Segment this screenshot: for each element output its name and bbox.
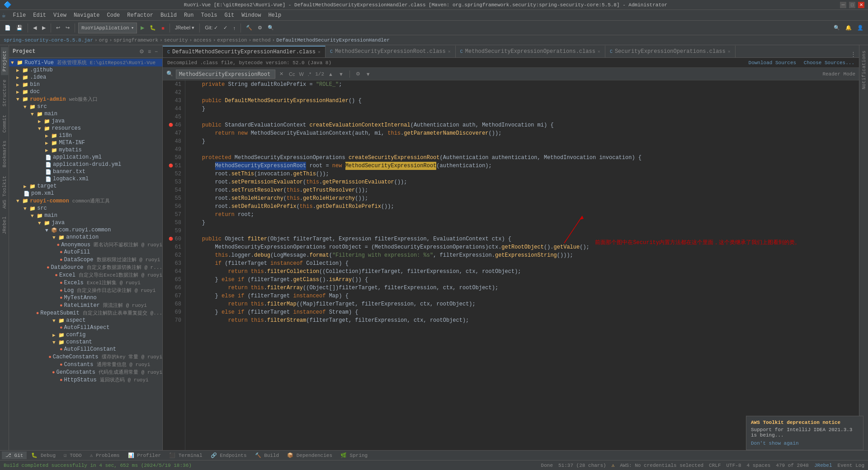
menu-tools[interactable]: Tools bbox=[198, 11, 221, 19]
minimize-button[interactable]: ─ bbox=[840, 2, 846, 8]
list-item[interactable]: ▼ 📁 src bbox=[9, 103, 162, 110]
panel-collapse-icon[interactable]: − bbox=[154, 48, 159, 55]
settings-button[interactable]: ⚙ bbox=[256, 23, 264, 33]
undo-button[interactable]: ↩ bbox=[54, 23, 62, 33]
list-item[interactable]: ▶ 📁 .github bbox=[9, 66, 162, 74]
list-item[interactable]: 📄 pom.xml bbox=[9, 190, 162, 197]
search-case-btn[interactable]: Cc bbox=[288, 71, 296, 77]
sidebar-tab-aws[interactable]: AWS Toolkit bbox=[1, 172, 8, 212]
git-update-button[interactable]: Git: ✓ bbox=[203, 23, 220, 33]
save-button[interactable]: 💾 bbox=[14, 23, 24, 33]
stop-button[interactable]: ■ bbox=[160, 23, 166, 33]
tab-close-icon[interactable]: ✕ bbox=[728, 49, 731, 54]
list-item[interactable]: ● MyTestAnno bbox=[9, 294, 162, 301]
list-item[interactable]: ▼ 📦 com.ruoyi.common bbox=[9, 226, 162, 234]
prev-match-btn[interactable]: ▲ bbox=[327, 71, 335, 77]
lines-status[interactable]: 479 of 2048 bbox=[776, 463, 809, 468]
menu-view[interactable]: View bbox=[50, 11, 70, 19]
event-log-status[interactable]: Event Log bbox=[838, 463, 864, 468]
maximize-button[interactable]: □ bbox=[849, 2, 855, 8]
next-match-btn[interactable]: ▼ bbox=[337, 71, 345, 77]
build-button[interactable]: 🔨 bbox=[244, 23, 254, 33]
list-item[interactable]: ● AutoFillConstant bbox=[9, 346, 162, 353]
status-tab-git[interactable]: ⎇ Git bbox=[2, 451, 27, 459]
list-item[interactable]: ● Excel 自定义导出Excel数据注解 @ ruoyi bbox=[9, 271, 162, 279]
list-item[interactable]: ▶ 📁 config bbox=[9, 331, 162, 338]
tab-defaultmethod[interactable]: C DefaultMethodSecurityExpressionHandler… bbox=[163, 46, 326, 57]
tab-close-icon[interactable]: ✕ bbox=[318, 49, 321, 55]
breadcrumb-org[interactable]: org bbox=[99, 38, 108, 43]
git-push-button[interactable]: ↑ bbox=[231, 23, 237, 33]
list-item[interactable]: ● RateLimiter 限流注解 @ ruoyi bbox=[9, 301, 162, 309]
panel-gear-icon[interactable]: ⚙ bbox=[138, 48, 145, 55]
breadcrumb-security[interactable]: security bbox=[164, 38, 188, 43]
list-item[interactable]: ▶ 📁 META-INF bbox=[9, 139, 162, 146]
list-item[interactable]: ● Constants 通用常量信息 @ ruoyi bbox=[9, 361, 162, 368]
panel-sort-icon[interactable]: ≡ bbox=[147, 48, 152, 55]
list-item[interactable]: ▼ 📁 src bbox=[9, 205, 162, 212]
list-item[interactable]: 📄 banner.txt bbox=[9, 168, 162, 175]
list-item[interactable]: ● GenConstants 代码生成通用常量 @ ruoyi bbox=[9, 368, 162, 376]
breadcrumb-method[interactable]: method bbox=[253, 38, 271, 43]
status-tab-spring[interactable]: 🌿 Spring bbox=[337, 451, 371, 459]
code-content[interactable]: private String defaultRolePrefix = "ROLE… bbox=[185, 80, 859, 450]
list-item[interactable]: ● AutoFillAspect bbox=[9, 324, 162, 331]
git-commit-button[interactable]: ✓ bbox=[222, 23, 229, 33]
menu-edit[interactable]: Edit bbox=[29, 11, 50, 19]
list-item[interactable]: ▼ 📁 main bbox=[9, 110, 162, 118]
breadcrumb-class[interactable]: DefaultMethodSecurityExpressionHandler bbox=[276, 38, 390, 43]
list-item[interactable]: ▼ 📁 java bbox=[9, 219, 162, 226]
status-tab-problems[interactable]: ⚠ Problems bbox=[86, 451, 123, 459]
menu-run[interactable]: Run bbox=[180, 11, 198, 19]
list-item[interactable]: 📄 logback.xml bbox=[9, 175, 162, 183]
tab-methodsecurity-ops[interactable]: C MethodSecurityExpressionOperations.cla… bbox=[456, 46, 605, 57]
redo-button[interactable]: ↪ bbox=[64, 23, 71, 33]
tree-root[interactable]: ▼ 📁 RuoYi-Vue 若依管理系统 E:\gitRepos2\RuoYi-… bbox=[9, 59, 162, 66]
encoding-status[interactable]: UTF-8 bbox=[726, 463, 741, 468]
status-tab-todo[interactable]: ☑ TODO bbox=[60, 451, 85, 459]
menu-build[interactable]: Build bbox=[157, 11, 180, 19]
position-status[interactable]: 51:37 (28 chars) bbox=[558, 463, 606, 468]
breadcrumb-jar[interactable]: spring-security-core-5.5.8.jar bbox=[4, 38, 93, 43]
list-item[interactable]: ▶ 📁 target bbox=[9, 183, 162, 190]
menu-file[interactable]: File bbox=[9, 11, 29, 19]
sidebar-tab-project[interactable]: Project bbox=[1, 47, 8, 75]
sidebar-tab-commit[interactable]: Commit bbox=[1, 111, 8, 136]
menu-help[interactable]: Help bbox=[264, 11, 285, 19]
status-tab-dependencies[interactable]: 📦 Dependencies bbox=[283, 451, 336, 459]
search-button[interactable]: 🔍 bbox=[832, 23, 842, 33]
list-item[interactable]: ▼ 📁 ruoyi-admin web服务入口 bbox=[9, 95, 162, 103]
list-item[interactable]: ● Log 自定义操作日志记录注解 @ ruoyi bbox=[9, 287, 162, 294]
forward-button[interactable]: ▶ bbox=[40, 23, 47, 33]
list-item[interactable]: ● AutoFill bbox=[9, 249, 162, 256]
list-item[interactable]: ▶ 📁 java bbox=[9, 118, 162, 125]
avatar-button[interactable]: 👤 bbox=[855, 23, 865, 33]
choose-sources-link[interactable]: Choose Sources... bbox=[804, 60, 854, 66]
status-tab-debug[interactable]: 🐛 Debug bbox=[28, 451, 59, 459]
aws-dont-show-link[interactable]: Don't show again bbox=[751, 441, 859, 446]
status-tab-build[interactable]: 🔨 Build bbox=[251, 451, 283, 459]
run-button[interactable]: ▶ bbox=[139, 23, 146, 33]
list-item[interactable]: ● RepeatSubmit 自定义注解防止表单重复提交 @... bbox=[9, 309, 162, 317]
search-close-btn[interactable]: ✕ bbox=[278, 71, 285, 77]
sidebar-tab-bookmarks[interactable]: Bookmarks bbox=[1, 137, 8, 171]
tab-close-icon[interactable]: ✕ bbox=[598, 49, 600, 54]
jrebel-button[interactable]: JRebel ▾ bbox=[173, 23, 196, 33]
line-ending-status[interactable]: CRLF bbox=[709, 463, 721, 468]
list-item[interactable]: ▶ 📁 .idea bbox=[9, 74, 162, 81]
search-filter-btn[interactable]: ▼ bbox=[364, 71, 372, 77]
status-tab-terminal[interactable]: ⬛ Terminal bbox=[165, 451, 206, 459]
breadcrumb-springframework[interactable]: springframework bbox=[113, 38, 158, 43]
search-everywhere-button[interactable]: 🔍 bbox=[266, 23, 276, 33]
run-config-dropdown[interactable]: RuoYiApplication ▾ bbox=[78, 23, 137, 33]
list-item[interactable]: ● DataScope 数据权限过滤注解 @ ruoyi bbox=[9, 256, 162, 263]
menu-navigate[interactable]: Navigate bbox=[70, 11, 104, 19]
close-button[interactable]: ✕ bbox=[858, 2, 864, 8]
tab-close-icon[interactable]: ✕ bbox=[448, 49, 451, 54]
search-regex-btn[interactable]: .* bbox=[307, 71, 312, 77]
breadcrumb-expression[interactable]: expression bbox=[217, 38, 247, 43]
code-editor[interactable]: 41 42 43 44 45 🔴46 47 48 49 50 🔴51 52 53… bbox=[163, 80, 859, 450]
list-item[interactable]: ▶ 📁 i18n bbox=[9, 132, 162, 139]
reader-mode-btn[interactable]: Reader Mode bbox=[822, 71, 855, 77]
list-item[interactable]: ● Anonymous 匿名访问不鉴权注解 @ ruoyi bbox=[9, 241, 162, 249]
